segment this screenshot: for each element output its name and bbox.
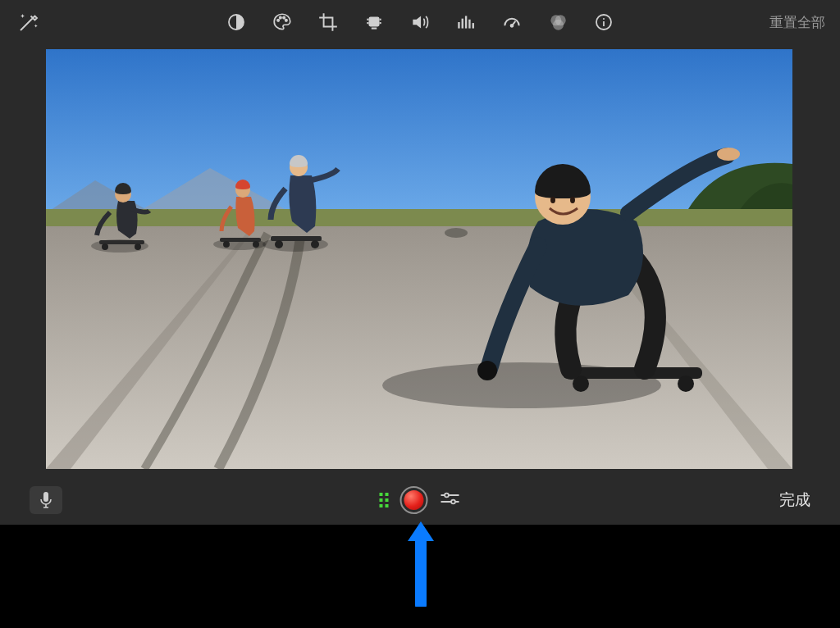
svg-point-45: [717, 148, 740, 161]
svg-point-48: [570, 197, 575, 203]
svg-rect-49: [43, 492, 48, 502]
svg-point-43: [678, 375, 694, 392]
svg-point-4: [285, 20, 287, 21]
equalizer-icon[interactable]: [452, 8, 480, 36]
svg-point-27: [102, 243, 108, 250]
svg-point-16: [511, 25, 514, 27]
countdown-dots-icon: [380, 493, 389, 507]
svg-point-19: [553, 20, 564, 30]
svg-point-21: [603, 18, 605, 20]
speedometer-icon[interactable]: [498, 8, 526, 36]
svg-point-2: [280, 16, 281, 18]
video-editor-window: 重置全部: [0, 0, 840, 525]
magic-wand-icon[interactable]: [15, 8, 43, 36]
svg-rect-23: [46, 209, 792, 229]
record-button[interactable]: [400, 486, 428, 514]
info-icon[interactable]: [590, 8, 618, 36]
svg-rect-22: [46, 49, 792, 213]
svg-point-44: [477, 361, 497, 380]
voiceover-options-icon[interactable]: [440, 490, 461, 510]
svg-point-28: [135, 243, 141, 250]
done-button[interactable]: 完成: [779, 489, 810, 511]
record-button-icon: [404, 490, 424, 510]
svg-point-47: [550, 197, 555, 203]
svg-point-50: [445, 494, 449, 498]
svg-rect-8: [380, 19, 381, 20]
svg-rect-14: [468, 20, 470, 29]
svg-rect-5: [369, 17, 380, 27]
svg-point-24: [445, 228, 468, 238]
editor-toolbar: 重置全部: [0, 0, 840, 44]
svg-point-33: [253, 241, 259, 248]
stabilize-icon[interactable]: [360, 8, 388, 36]
volume-icon[interactable]: [406, 8, 434, 36]
color-balance-icon[interactable]: [544, 8, 572, 36]
svg-point-32: [223, 241, 230, 248]
recording-bottombar: 完成: [0, 476, 840, 525]
crop-icon[interactable]: [314, 8, 342, 36]
svg-point-37: [275, 240, 283, 248]
svg-rect-13: [465, 16, 467, 28]
svg-rect-10: [372, 28, 377, 30]
contrast-icon[interactable]: [222, 8, 250, 36]
reset-all-button[interactable]: 重置全部: [769, 13, 825, 32]
svg-point-38: [311, 240, 319, 248]
svg-rect-12: [462, 19, 463, 29]
svg-rect-6: [367, 19, 368, 20]
svg-rect-7: [367, 22, 368, 24]
video-preview: [46, 49, 792, 469]
svg-rect-15: [472, 23, 474, 29]
svg-rect-11: [458, 22, 459, 29]
palette-icon[interactable]: [268, 8, 296, 36]
microphone-icon[interactable]: [30, 486, 62, 514]
svg-point-3: [283, 16, 285, 18]
svg-point-1: [277, 20, 279, 21]
svg-point-51: [451, 500, 455, 504]
annotation-arrow: [404, 517, 437, 607]
svg-rect-9: [380, 22, 381, 24]
